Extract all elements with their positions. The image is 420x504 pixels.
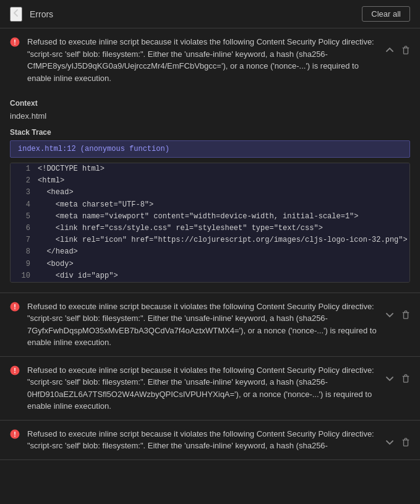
error-item-4: ! Refused to execute inline script becau… [0, 421, 420, 460]
line-number: 2 [11, 175, 38, 187]
line-number: 9 [11, 258, 38, 270]
code-line: 9 <body> [11, 258, 409, 270]
code-line: 5 <meta name="viewport" content="width=d… [11, 211, 409, 223]
trash-icon [401, 374, 410, 383]
page-title: Errors [30, 9, 53, 19]
stack-trace-line: index.html:12 (anonymous function) [10, 140, 410, 158]
error-actions [378, 428, 420, 449]
trash-icon [401, 438, 410, 446]
error-message: Refused to execute inline script because… [27, 428, 378, 452]
delete-error-button[interactable] [399, 308, 413, 322]
trash-icon [401, 310, 410, 319]
error-expanded-section: Contextindex.htmlStack Traceindex.html:1… [0, 99, 420, 293]
error-icon: ! [10, 302, 20, 312]
stack-trace-label: Stack Trace [10, 128, 410, 137]
delete-error-button[interactable] [399, 435, 413, 449]
error-item-1: ! Refused to execute inline script becau… [0, 28, 420, 293]
line-content: </head> [38, 246, 85, 258]
line-number: 5 [11, 211, 38, 223]
line-content: <!DOCTYPE html> [38, 163, 112, 175]
line-content: <body> [38, 258, 81, 270]
error-message: Refused to execute inline script because… [27, 36, 378, 84]
expand-button[interactable] [383, 435, 396, 449]
line-content: <link href="css/style.css" rel="styleshe… [38, 223, 330, 234]
error-item-3: ! Refused to execute inline script becau… [0, 357, 420, 421]
line-content: <meta charset="UTF-8"> [38, 199, 161, 211]
code-block: 1<!DOCTYPE html>2<html>3 <head>4 <meta c… [10, 163, 410, 283]
back-button[interactable] [10, 7, 22, 22]
code-line: 2<html> [11, 175, 409, 187]
line-number: 7 [11, 234, 38, 246]
line-content: <head> [38, 187, 81, 199]
error-actions [378, 36, 420, 57]
svg-text:!: ! [14, 430, 16, 438]
error-main-row: ! Refused to execute inline script becau… [0, 421, 420, 459]
line-content: <html> [38, 175, 72, 187]
code-line: 1<!DOCTYPE html> [11, 163, 409, 175]
code-line: 8 </head> [11, 246, 409, 258]
error-icon: ! [10, 365, 20, 375]
code-line: 10 <div id="app"> [11, 270, 409, 282]
code-line: 6 <link href="css/style.css" rel="styles… [11, 223, 409, 234]
expand-button[interactable] [383, 372, 396, 385]
error-message: Refused to execute inline script because… [27, 364, 378, 412]
svg-text:!: ! [14, 38, 16, 46]
line-number: 6 [11, 223, 38, 234]
error-main-row: ! Refused to execute inline script becau… [0, 357, 420, 420]
errors-list: ! Refused to execute inline script becau… [0, 28, 420, 460]
line-number: 3 [11, 187, 38, 199]
line-number: 1 [11, 163, 38, 175]
line-number: 4 [11, 199, 38, 211]
error-icon: ! [10, 429, 20, 439]
error-actions [378, 364, 420, 385]
header: Errors Clear all [0, 0, 420, 28]
error-actions [378, 301, 420, 322]
line-content: <link rel="icon" href="https://clojuresc… [38, 234, 410, 246]
error-message: Refused to execute inline script because… [27, 301, 378, 349]
header-left: Errors [10, 7, 53, 22]
svg-text:!: ! [14, 367, 16, 374]
line-number: 10 [11, 270, 38, 282]
code-line: 3 <head> [11, 187, 409, 199]
error-icon: ! [10, 37, 20, 47]
expand-button[interactable] [383, 308, 396, 322]
delete-error-button[interactable] [399, 43, 413, 57]
trash-icon [401, 46, 410, 54]
code-line: 4 <meta charset="UTF-8"> [11, 199, 409, 211]
delete-error-button[interactable] [399, 372, 413, 385]
error-item-2: ! Refused to execute inline script becau… [0, 293, 420, 357]
svg-text:!: ! [14, 303, 16, 310]
error-main-row: ! Refused to execute inline script becau… [0, 28, 420, 92]
clear-all-button[interactable]: Clear all [362, 6, 410, 22]
error-main-row: ! Refused to execute inline script becau… [0, 293, 420, 356]
line-number: 8 [11, 246, 38, 258]
collapse-button[interactable] [383, 43, 396, 57]
line-content: <div id="app"> [38, 270, 126, 282]
context-file: index.html [10, 111, 410, 121]
line-content: <meta name="viewport" content="width=dev… [38, 211, 366, 223]
code-line: 7 <link rel="icon" href="https://clojure… [11, 234, 409, 246]
context-label: Context [10, 99, 410, 108]
